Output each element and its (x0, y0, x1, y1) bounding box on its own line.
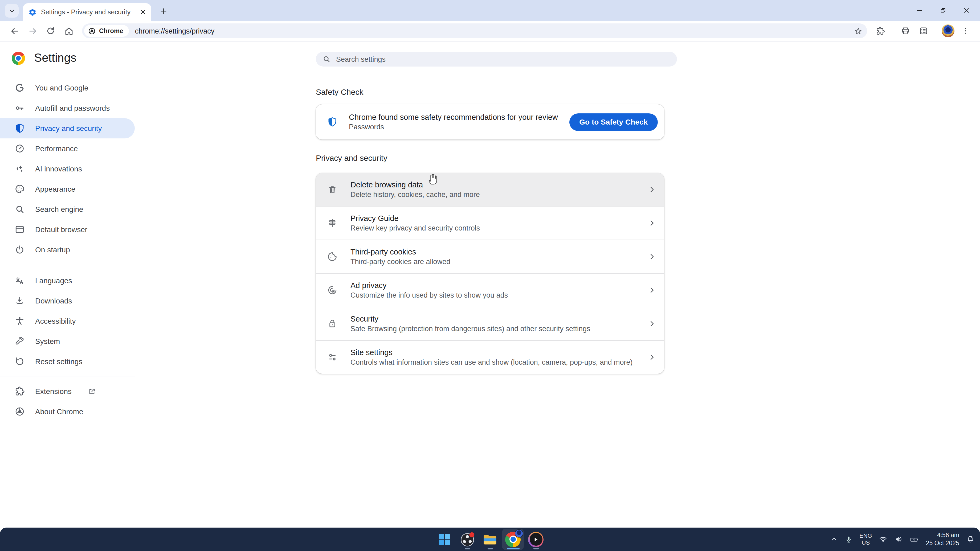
settings-row-delete-browsing-data[interactable]: Delete browsing dataDelete history, cook… (316, 173, 664, 206)
sidebar-item-label: Appearance (35, 185, 75, 193)
row-title: Ad privacy (350, 281, 508, 290)
google-g-icon (14, 83, 25, 93)
settings-row-privacy-guide[interactable]: Privacy GuideReview key privacy and secu… (316, 206, 664, 240)
language-indicator[interactable]: ENG US (859, 532, 872, 546)
sidebar-item-label: Search engine (35, 205, 83, 213)
sidebar-item-system[interactable]: System (0, 331, 135, 351)
profile-avatar[interactable] (942, 24, 955, 37)
obs-icon[interactable] (456, 529, 478, 550)
safety-check-detail: Passwords (349, 123, 558, 131)
window-controls (908, 0, 978, 21)
sidebar-item-label: System (35, 337, 60, 346)
start-button[interactable] (433, 529, 455, 550)
wifi-icon[interactable] (879, 535, 888, 543)
site-chip-label: Chrome (99, 27, 123, 35)
reading-list-icon[interactable] (916, 23, 932, 39)
taskbar-clock[interactable]: 4:56 am 25 Oct 2025 (926, 531, 959, 547)
tab-close-icon[interactable] (138, 7, 148, 17)
chevron-right-icon[interactable] (648, 219, 656, 227)
go-to-safety-check-button[interactable]: Go to Safety Check (569, 113, 658, 131)
settings-page: Settings Search settings You and GoogleA… (0, 41, 980, 527)
microphone-icon[interactable] (845, 535, 853, 543)
search-icon (322, 55, 331, 64)
external-link-icon (88, 387, 96, 395)
back-icon[interactable] (6, 23, 22, 39)
site-chip[interactable]: Chrome (84, 25, 129, 37)
sidebar-item-label: Privacy and security (35, 124, 102, 133)
print-icon[interactable] (897, 23, 913, 39)
sliders-icon (327, 352, 338, 362)
active-tab[interactable]: Settings - Privacy and security (23, 3, 151, 21)
sidebar-item-label: Downloads (35, 297, 72, 305)
sidebar-item-downloads[interactable]: Downloads (0, 291, 135, 311)
sidebar-item-default-browser[interactable]: Default browser (0, 219, 135, 240)
row-title: Site settings (350, 348, 633, 357)
tab-search-button[interactable] (5, 4, 19, 17)
sidebar-item-label: Accessibility (35, 317, 76, 325)
address-bar[interactable]: Chrome chrome://settings/privacy (82, 24, 867, 38)
extensions-puzzle-icon[interactable] (872, 23, 888, 39)
sidebar-item-label: About Chrome (35, 407, 83, 416)
chevron-right-icon[interactable] (648, 252, 656, 261)
ad-target-icon (327, 285, 338, 295)
battery-icon[interactable] (910, 535, 919, 544)
settings-row-ad-privacy[interactable]: Ad privacyCustomize the info used by sit… (316, 273, 664, 306)
tab-strip: Settings - Privacy and security (0, 0, 980, 21)
minimize-button[interactable] (908, 0, 931, 21)
sidebar-item-ai-innovations[interactable]: AI innovations (0, 159, 135, 179)
sidebar-item-about-chrome[interactable]: About Chrome (0, 402, 135, 422)
media-player-icon[interactable] (525, 529, 547, 550)
key-icon (14, 103, 25, 113)
bookmark-star-icon[interactable] (854, 26, 863, 35)
new-tab-button[interactable] (157, 4, 170, 18)
forward-icon[interactable] (24, 23, 40, 39)
sidebar-item-languages[interactable]: Languages (0, 270, 135, 291)
sidebar-item-extensions[interactable]: Extensions (0, 381, 135, 402)
file-explorer-icon[interactable] (479, 529, 501, 550)
reset-icon (14, 356, 25, 367)
sidebar-gap (0, 260, 135, 270)
sidebar-item-privacy-and-security[interactable]: Privacy and security (0, 118, 135, 138)
shield-half-icon (327, 117, 338, 127)
sidebar-item-you-and-google[interactable]: You and Google (0, 78, 135, 98)
sidebar-item-on-startup[interactable]: On startup (0, 240, 135, 260)
sidebar-item-label: AI innovations (35, 165, 82, 173)
sidebar-item-accessibility[interactable]: Accessibility (0, 311, 135, 331)
settings-row-security[interactable]: SecuritySafe Browsing (protection from d… (316, 306, 664, 340)
close-window-button[interactable] (955, 0, 978, 21)
sidebar-item-label: Performance (35, 144, 78, 153)
windows-taskbar: ENG US 4:56 am 25 Oct 2025 z (0, 527, 980, 551)
settings-row-site-settings[interactable]: Site settingsControls what information s… (316, 340, 664, 374)
chevron-right-icon[interactable] (648, 185, 656, 194)
restore-button[interactable] (931, 0, 955, 21)
download-icon (14, 295, 25, 306)
row-texts: Privacy GuideReview key privacy and secu… (350, 214, 480, 232)
sidebar-item-performance[interactable]: Performance (0, 138, 135, 159)
sidebar-item-autofill-and-passwords[interactable]: Autofill and passwords (0, 98, 135, 118)
sidebar-item-reset-settings[interactable]: Reset settings (0, 351, 135, 372)
browser-menu-icon[interactable] (958, 23, 974, 39)
chevron-right-icon[interactable] (648, 286, 656, 294)
chevron-right-icon[interactable] (648, 319, 656, 328)
speaker-icon[interactable] (894, 535, 903, 543)
reload-icon[interactable] (43, 23, 59, 39)
sidebar-item-label: You and Google (35, 84, 88, 92)
trash-icon (327, 184, 338, 195)
home-icon[interactable] (61, 23, 77, 39)
sidebar-item-search-engine[interactable]: Search engine (0, 199, 135, 219)
speedometer-icon (14, 143, 25, 154)
chrome-taskbar-icon[interactable] (502, 529, 524, 550)
system-tray: ENG US 4:56 am 25 Oct 2025 z (830, 527, 975, 551)
tray-chevron-up-icon[interactable] (830, 535, 838, 543)
safety-check-card: Chrome found some safety recommendations… (316, 104, 664, 140)
notification-bell-icon[interactable]: z (966, 535, 975, 543)
toolbar-separator (892, 26, 893, 36)
translate-icon (14, 275, 25, 286)
search-settings-input[interactable]: Search settings (316, 52, 677, 67)
screen: Settings - Privacy and security (0, 0, 980, 551)
sidebar-item-appearance[interactable]: Appearance (0, 179, 135, 199)
chevron-right-icon[interactable] (648, 353, 656, 362)
settings-row-third-party-cookies[interactable]: Third-party cookiesThird-party cookies a… (316, 240, 664, 273)
search-icon (14, 204, 25, 214)
privacy-card: Delete browsing dataDelete history, cook… (316, 173, 664, 374)
